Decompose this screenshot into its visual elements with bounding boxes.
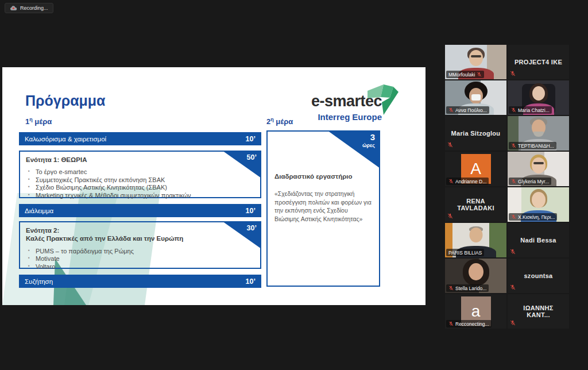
box1-bullet-list: Το έργο e-smartec Συμμετοχικές Πρακτικές… [28, 168, 260, 199]
bullet-item: Σχέδιο Βιώσιμης Αστικής Κινητικότητας (Σ… [28, 184, 260, 191]
agenda-box-enotita1: 50’ Ενότητα 1: ΘΕΩΡΙΑ Το έργο e-smartec … [19, 151, 261, 198]
participant-name-label: PARIS BILLIAS [446, 249, 484, 256]
recording-label: Recording... [20, 5, 48, 11]
bullet-item: Το έργο e-smartec [28, 168, 260, 175]
participant-tile-paris-billias[interactable]: PARIS BILLIAS [445, 223, 506, 257]
mic-off-icon [448, 321, 454, 326]
box2-bullet-list: PUMS – το παράδειγμα της Ρώμης Motivate … [28, 248, 260, 270]
agenda-bar-welcome: Καλωσόρισμα & χαιρετισμοί 10’ [19, 132, 261, 145]
agenda-box-enotita2: 30’ Ενότητα 2: Καλές Πρακτικές από την Ε… [19, 221, 261, 269]
participant-tile-mmorfoulaki[interactable]: MMorfoulaki [445, 45, 506, 79]
participant-tile-andrianne[interactable]: A Andrianne D... [445, 152, 506, 186]
participant-name-label: Andrianne D... [446, 178, 489, 185]
participant-tile-maria-chatzi[interactable]: Maria Chatzi... [508, 80, 569, 115]
duration-corner-day2: 3 ώρες [327, 130, 380, 168]
participant-name-label: Αννα Πούλιο... [446, 106, 489, 114]
recording-indicator[interactable]: Recording... [5, 3, 53, 13]
workshop-description: «Σχεδιάζοντας την στρατηγική προσέγγιση … [274, 190, 372, 223]
mic-off-icon [510, 320, 516, 326]
participant-tile-project4-ike[interactable]: PROJECT4 IKE [508, 45, 569, 79]
participant-tile-anna-poulio[interactable]: Αννα Πούλιο... [445, 80, 506, 115]
participant-tile-ioannis-kant[interactable]: ΙΩΑΝΝΗΣ ΚΑΝΤ... [508, 294, 569, 329]
mic-off-icon [448, 286, 454, 291]
bullet-item: Voltaro [28, 263, 260, 270]
participant-name: Maria Sitzoglou [445, 116, 506, 151]
participants-gallery: MMorfoulaki PROJECT4 IKE Αννα Πούλιο... [445, 45, 569, 329]
day1-heading: 1η μέρα [25, 117, 52, 126]
mic-off-icon [511, 214, 516, 219]
slide-title: Πρόγραμμα [25, 92, 106, 109]
participant-name: szountsa [508, 259, 569, 293]
participant-name-label: Χ.Κισκίνη, Περι... [509, 213, 557, 221]
agenda-bar-break: Διάλειμμα 10’ [19, 204, 261, 217]
participant-tile-recconecting[interactable]: a Recconecting... [445, 294, 506, 329]
participant-name-label: Recconecting... [446, 320, 492, 327]
box1-title: Ενότητα 1: ΘΕΩΡΙΑ [26, 156, 254, 164]
recording-cloud-icon [10, 5, 17, 11]
day2-workshop-box: 3 ώρες Διαδραστικό εργαστήριο «Σχεδιάζον… [266, 130, 380, 287]
mic-off-icon [447, 142, 453, 148]
participant-tile-stella-larido[interactable]: Stella Larido... [445, 259, 506, 293]
bullet-item: Motivate [28, 255, 260, 262]
participant-name-label: Stella Larido... [446, 284, 489, 292]
mic-off-icon [477, 72, 482, 77]
participant-name-label: Glykeria Myr... [509, 178, 551, 185]
participant-name: RENA TAVLADAKI [445, 187, 506, 222]
participant-tile-rena-tavladaki[interactable]: RENA TAVLADAKI [445, 187, 506, 222]
bullet-item: PUMS – το παράδειγμα της Ρώμης [28, 248, 260, 255]
participant-name: ΙΩΑΝΝΗΣ ΚΑΝΤ... [508, 294, 569, 329]
bullet-item: Συμμετοχικές Πρακτικές στην εκπόνηση ΣΒΑ… [28, 176, 260, 183]
day2-heading: 2η μέρα [266, 117, 293, 126]
participant-tile-maria-sitzoglou[interactable]: Maria Sitzoglou [445, 116, 506, 151]
agenda-bar-discussion: Συζήτηση 10’ [19, 275, 261, 288]
bullet-item: Marketing τεχνικές & Μέθοδοι συμμετοχικώ… [28, 192, 260, 199]
mic-off-icon [510, 249, 516, 255]
box2-title: Ενότητα 2: Καλές Πρακτικές από την Ελλάδ… [26, 226, 254, 243]
mic-off-icon [510, 71, 516, 76]
mic-off-icon [448, 107, 454, 113]
workshop-heading: Διαδραστικό εργαστήριο [274, 173, 372, 180]
participant-tile-szountsa[interactable]: szountsa [508, 259, 569, 293]
mic-off-icon [510, 284, 516, 290]
participant-name: Nadi Bessa [508, 223, 569, 257]
mic-off-icon [511, 107, 516, 113]
mic-off-icon [448, 179, 454, 184]
zoom-meeting-window: Recording... Πρόγραμμα 1η μέρα 2η μέρα e… [0, 0, 588, 370]
participant-name: PROJECT4 IKE [508, 45, 569, 79]
participant-tile-tertivanidis[interactable]: ΤΕΡΤΙΒΑΝΙΔΗ... [508, 116, 569, 151]
mic-off-icon [447, 213, 453, 219]
mic-off-icon [511, 179, 516, 184]
face-mask [471, 94, 481, 101]
participant-tile-glykeria[interactable]: Glykeria Myr... [508, 152, 569, 186]
participant-tile-nadi-bessa[interactable]: Nadi Bessa [508, 223, 569, 257]
participant-name-label: MMorfoulaki [446, 71, 484, 78]
logo-ribbon-icon [368, 79, 399, 116]
participant-name-label: ΤΕΡΤΙΒΑΝΙΔΗ... [509, 142, 556, 149]
participant-tile-kiskini[interactable]: Χ.Κισκίνη, Περι... [508, 187, 569, 222]
participant-name-label: Maria Chatzi... [509, 106, 552, 114]
shared-slide: Πρόγραμμα 1η μέρα 2η μέρα e-smartec Inte… [2, 67, 425, 305]
mic-off-icon [511, 143, 516, 148]
